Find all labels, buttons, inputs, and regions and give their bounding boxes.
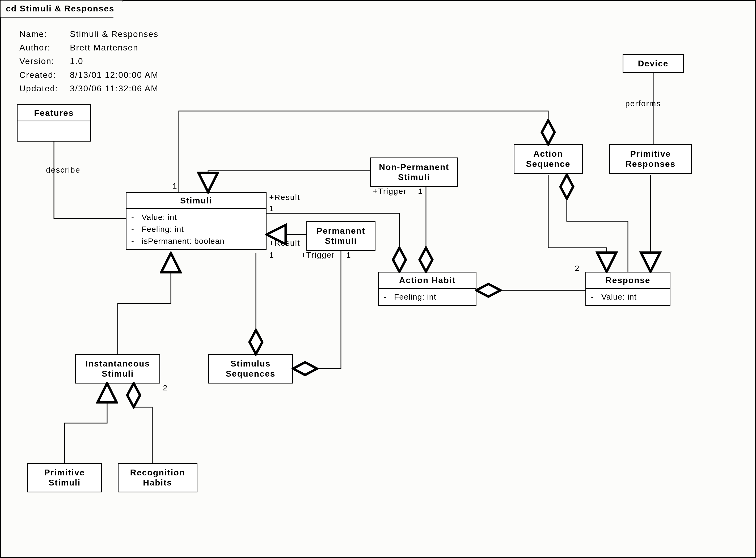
class-device-title: Device [624, 55, 683, 72]
mult-2b: 2 [575, 264, 580, 273]
class-acthabit: Action Habit Feeling: int [378, 272, 477, 306]
meta-version-label: Version: [19, 54, 70, 68]
class-primstim-title: PrimitiveStimuli [28, 464, 101, 491]
meta-created-label: Created: [19, 68, 70, 82]
mult-1e: 1 [346, 250, 351, 259]
meta-author-value: Brett Martensen [70, 41, 139, 54]
class-device: Device [623, 54, 684, 73]
diagram-frame: cd Stimuli & Responses Name:Stimuli & Re… [0, 0, 756, 558]
mult-2a: 2 [163, 383, 168, 392]
class-stimuli: Stimuli Value: int Feeling: int isPerman… [126, 192, 267, 250]
class-response-title: Response [586, 273, 669, 288]
class-primresp-title: PrimitiveResponses [610, 145, 691, 173]
class-nonperm-title: Non-PermanentStimuli [371, 158, 457, 186]
class-response: Response Value: int [585, 272, 670, 306]
meta-author-label: Author: [19, 41, 70, 54]
diagram-metadata: Name:Stimuli & Responses Author:Brett Ma… [19, 27, 158, 95]
class-rechabits-title: RecognitionHabits [119, 464, 197, 491]
class-actseq: ActionSequence [514, 144, 583, 174]
label-result2: +Result [269, 238, 300, 248]
class-acthabit-title: Action Habit [379, 273, 475, 288]
class-acthabit-attrs: Feeling: int [379, 289, 475, 305]
class-nonperm: Non-PermanentStimuli [370, 157, 458, 187]
meta-name-value: Stimuli & Responses [70, 27, 158, 41]
class-instant: InstantaneousStimuli [75, 354, 160, 383]
class-instant-title: InstantaneousStimuli [76, 355, 160, 383]
meta-updated-label: Updated: [19, 82, 70, 95]
mult-1b: 1 [269, 204, 274, 213]
class-features: Features [17, 104, 91, 142]
label-describe: describe [46, 166, 80, 175]
class-stimseq-title: StimulusSequences [209, 355, 292, 383]
meta-name-label: Name: [19, 27, 70, 41]
meta-created-value: 8/13/01 12:00:00 AM [70, 68, 158, 82]
class-primresp: PrimitiveResponses [609, 144, 692, 174]
class-rechabits: RecognitionHabits [118, 463, 197, 492]
class-stimuli-attrs: Value: int Feeling: int isPermanent: boo… [126, 209, 266, 249]
class-actseq-title: ActionSequence [514, 145, 582, 173]
label-performs: performs [625, 99, 661, 108]
class-stimuli-title: Stimuli [126, 193, 266, 208]
meta-updated-value: 3/30/06 11:32:06 AM [70, 82, 158, 95]
class-primstim: PrimitiveStimuli [27, 463, 102, 492]
class-stimseq: StimulusSequences [208, 354, 293, 383]
label-trigger1: +Trigger [373, 187, 407, 196]
label-trigger2: +Trigger [301, 250, 335, 259]
label-result1: +Result [269, 193, 300, 202]
class-features-title: Features [18, 105, 90, 121]
diagram-tab: cd Stimuli & Responses [1, 1, 123, 18]
mult-1c: 1 [269, 250, 274, 259]
class-response-attrs: Value: int [586, 289, 669, 305]
class-perm-title: PermanentStimuli [307, 222, 375, 250]
mult-1d: 1 [418, 187, 423, 196]
meta-version-value: 1.0 [70, 54, 83, 68]
class-perm: PermanentStimuli [307, 221, 375, 251]
mult-1a: 1 [172, 181, 177, 191]
